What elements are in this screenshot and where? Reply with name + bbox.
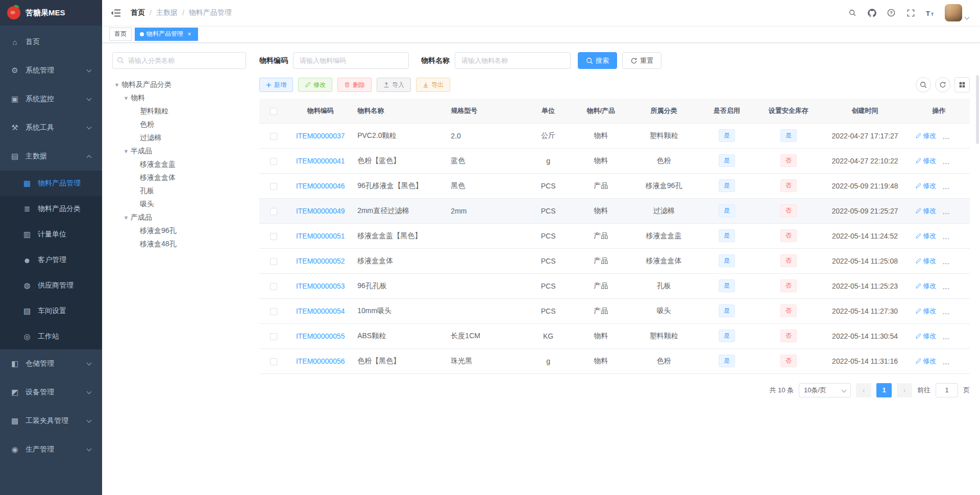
sidebar-item-system-management[interactable]: ⚙系统管理 (0, 56, 102, 85)
columns-button[interactable] (954, 77, 970, 92)
import-button[interactable]: 导入 (377, 78, 411, 92)
font-size-icon[interactable]: TT (920, 0, 940, 26)
category-search-input[interactable] (112, 52, 246, 69)
export-button[interactable]: 导出 (416, 78, 450, 92)
sidebar-item-system-tools[interactable]: ⚒系统工具 (0, 113, 102, 142)
github-icon[interactable] (862, 0, 881, 26)
tag-home[interactable]: 首页 (109, 28, 132, 41)
edit-link-label: 修改 (923, 181, 936, 191)
row-edit-link[interactable]: 修改 (915, 231, 936, 241)
tree-node-label: 产成品 (131, 213, 152, 222)
tree-node[interactable]: 色粉 (112, 118, 246, 131)
row-checkbox[interactable] (270, 258, 277, 265)
refresh-button[interactable] (935, 77, 950, 92)
sidebar-item-production-management[interactable]: ◉生产管理 (0, 435, 102, 464)
tree-node[interactable]: 孔板 (112, 184, 246, 198)
question-icon[interactable]: ? (881, 0, 901, 26)
hamburger-icon[interactable] (110, 8, 122, 18)
breadcrumb-item[interactable]: 主数据 (156, 8, 178, 17)
tree-node[interactable]: 吸头 (112, 198, 246, 211)
row-edit-link[interactable]: 修改 (915, 281, 936, 291)
add-button[interactable]: 新增 (259, 78, 293, 92)
row-edit-link[interactable]: 修改 (915, 206, 936, 216)
scrollbar-thumb[interactable] (976, 75, 979, 144)
tree-node[interactable]: 过滤棉 (112, 131, 246, 145)
tree-node[interactable]: 移液盒96孔 (112, 224, 246, 238)
row-checkbox[interactable] (270, 333, 277, 340)
delete-button[interactable]: 删除 (337, 78, 372, 92)
row-checkbox[interactable] (270, 158, 277, 165)
sidebar-item-customer-management[interactable]: ☻客户管理 (0, 247, 102, 273)
search-icon[interactable] (843, 0, 862, 26)
tree-node[interactable]: ▼物料 (112, 91, 246, 105)
sidebar-item-material-product-management[interactable]: ▦物料产品管理 (0, 171, 102, 196)
row-edit-link[interactable]: 修改 (915, 332, 936, 341)
tree-node[interactable]: ▼半成品 (112, 145, 246, 158)
tag-active[interactable]: 物料产品管理× (135, 28, 198, 41)
material-code-link[interactable]: ITEM00000041 (296, 157, 345, 165)
tag-close-icon[interactable]: × (186, 31, 193, 38)
material-code-link[interactable]: ITEM00000052 (296, 257, 345, 265)
row-edit-link[interactable]: 修改 (915, 307, 936, 316)
tree-node[interactable]: 移液盒48孔 (112, 238, 246, 251)
prev-page-button[interactable]: ‹ (856, 383, 871, 397)
row-checkbox[interactable] (270, 358, 277, 365)
next-page-button[interactable]: › (897, 383, 912, 397)
fullscreen-icon[interactable] (901, 0, 920, 26)
row-edit-link[interactable]: 修改 (915, 181, 936, 191)
row-edit-link[interactable]: 修改 (915, 131, 936, 140)
sidebar-item-measure-unit[interactable]: ▥计量单位 (0, 222, 102, 247)
edit-button[interactable]: 修改 (298, 78, 332, 92)
sidebar-item-master-data[interactable]: ▤主数据 (0, 142, 102, 171)
select-all-checkbox[interactable] (270, 108, 277, 115)
sidebar-item-warehouse-management[interactable]: ◧仓储管理 (0, 349, 102, 378)
user-menu[interactable] (945, 0, 969, 26)
material-code-input[interactable] (293, 52, 409, 69)
tree-node[interactable]: 塑料颗粒 (112, 105, 246, 118)
row-checkbox[interactable] (270, 208, 277, 215)
row-checkbox[interactable] (270, 308, 277, 315)
page-size-select[interactable]: 10条/页 (799, 383, 851, 397)
avatar[interactable] (945, 4, 962, 21)
toggle-search-button[interactable] (916, 77, 931, 92)
reset-button[interactable]: 重置 (622, 52, 662, 69)
sidebar-item-system-monitor[interactable]: ▣系统监控 (0, 85, 102, 113)
sidebar-item-workshop-settings[interactable]: ▧车间设置 (0, 298, 102, 324)
chevron-down-icon (87, 96, 92, 101)
tree-node[interactable]: ▼产成品 (112, 211, 246, 224)
caret-down-icon: ▼ (112, 82, 121, 88)
row-edit-link[interactable]: 修改 (915, 357, 936, 366)
material-code-link[interactable]: ITEM00000046 (296, 182, 345, 190)
material-code-link[interactable]: ITEM00000049 (296, 207, 345, 215)
material-code-link[interactable]: ITEM00000051 (296, 232, 345, 240)
sidebar-item-fixture-management[interactable]: ▩工装夹具管理 (0, 407, 102, 435)
material-code-link[interactable]: ITEM00000054 (296, 307, 345, 315)
material-code-link[interactable]: ITEM00000037 (296, 132, 345, 140)
row-checkbox[interactable] (270, 233, 277, 240)
breadcrumb-item[interactable]: 首页 (131, 8, 145, 17)
material-name-input[interactable] (455, 52, 571, 69)
delete-link-label: 删除 (950, 281, 963, 291)
row-checkbox[interactable] (270, 133, 277, 140)
sidebar-item-equipment-management[interactable]: ◩设备管理 (0, 378, 102, 407)
cell-checkbox (259, 148, 287, 173)
material-code-link[interactable]: ITEM00000056 (296, 357, 345, 365)
goto-page-input[interactable] (936, 383, 958, 397)
sidebar-item-supplier-management[interactable]: ◍供应商管理 (0, 273, 102, 298)
tree-node[interactable]: ▼物料及产品分类 (112, 78, 246, 91)
row-checkbox[interactable] (270, 183, 277, 190)
search-button[interactable]: 搜索 (578, 52, 617, 69)
tree-node[interactable]: 移液盒盒盖 (112, 158, 246, 171)
material-code-link[interactable]: ITEM00000053 (296, 282, 345, 290)
row-edit-link[interactable]: 修改 (915, 256, 936, 266)
row-edit-link[interactable]: 修改 (915, 156, 936, 166)
current-page-button[interactable]: 1 (876, 383, 892, 397)
row-checkbox[interactable] (270, 283, 277, 290)
toolbar-button-group: 新增修改删除导入导出 (259, 78, 455, 92)
material-code-link[interactable]: ITEM00000055 (296, 332, 345, 340)
sidebar-item-material-product-category[interactable]: ≣物料产品分类 (0, 196, 102, 222)
tree-node[interactable]: 移液盒盒体 (112, 171, 246, 184)
sidebar-item-workstation[interactable]: ◎工作站 (0, 324, 102, 349)
cell-safe_stock: 否 (755, 323, 822, 348)
sidebar-item-home[interactable]: ⌂首页 (0, 28, 102, 56)
